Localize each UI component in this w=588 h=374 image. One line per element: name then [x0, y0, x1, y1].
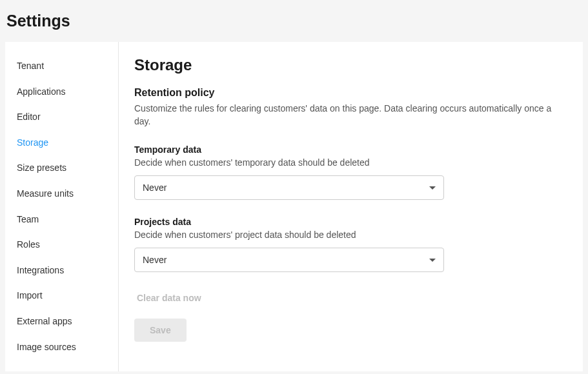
retention-section: Retention policy Customize the rules for… — [134, 87, 567, 128]
chevron-down-icon — [429, 186, 436, 190]
page-title: Settings — [6, 12, 582, 30]
main-panel: Storage Retention policy Customize the r… — [119, 42, 583, 371]
temporary-data-select-value: Never — [143, 182, 429, 193]
sidebar-item-editor[interactable]: Editor — [5, 104, 118, 130]
retention-description: Customize the rules for clearing custome… — [134, 103, 567, 128]
page-header: Settings — [0, 0, 588, 42]
sidebar-item-image-sources[interactable]: Image sources — [5, 335, 118, 360]
clear-data-now-button[interactable]: Clear data now — [134, 289, 204, 307]
temporary-data-select[interactable]: Never — [134, 175, 444, 200]
save-button[interactable]: Save — [134, 319, 187, 342]
projects-data-label: Projects data — [134, 217, 567, 227]
sidebar-item-roles[interactable]: Roles — [5, 232, 118, 258]
settings-sidebar: Tenant Applications Editor Storage Size … — [5, 42, 119, 371]
temporary-data-field: Temporary data Decide when customers' te… — [134, 144, 567, 200]
sidebar-item-tenant[interactable]: Tenant — [5, 54, 118, 79]
temporary-data-label: Temporary data — [134, 144, 567, 155]
projects-data-select[interactable]: Never — [134, 248, 444, 272]
sidebar-item-applications[interactable]: Applications — [5, 79, 118, 105]
sidebar-item-team[interactable]: Team — [5, 207, 118, 233]
main-title: Storage — [134, 56, 567, 74]
sidebar-item-storage[interactable]: Storage — [5, 130, 118, 156]
temporary-data-description: Decide when customers' temporary data sh… — [134, 157, 567, 168]
projects-data-field: Projects data Decide when customers' pro… — [134, 217, 567, 272]
sidebar-item-integrations[interactable]: Integrations — [5, 258, 118, 284]
projects-data-description: Decide when customers' project data shou… — [134, 230, 567, 240]
sidebar-item-size-presets[interactable]: Size presets — [5, 155, 118, 181]
chevron-down-icon — [429, 259, 436, 262]
sidebar-item-import[interactable]: Import — [5, 283, 118, 309]
retention-heading: Retention policy — [134, 87, 567, 99]
projects-data-select-value: Never — [143, 255, 429, 265]
sidebar-item-external-apps[interactable]: External apps — [5, 309, 118, 335]
content-card: Tenant Applications Editor Storage Size … — [5, 42, 583, 371]
sidebar-item-measure-units[interactable]: Measure units — [5, 181, 118, 207]
